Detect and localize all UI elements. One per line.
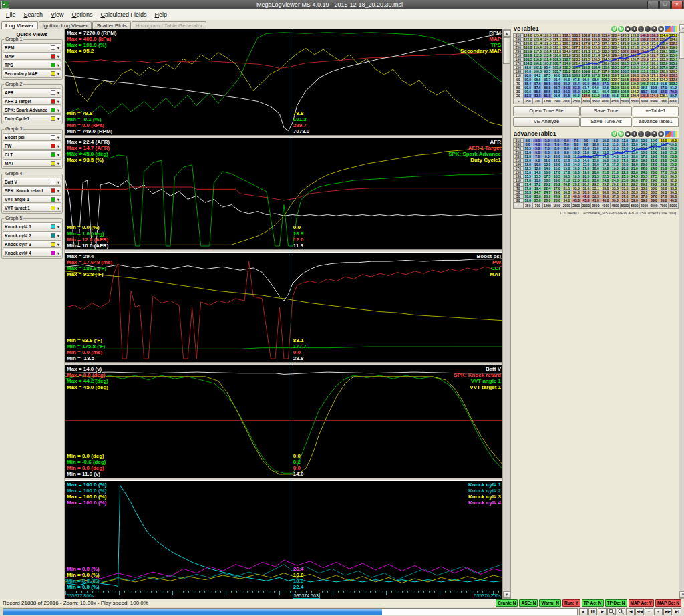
chevron-down-icon[interactable]: ▾ — [57, 161, 59, 166]
table-cell[interactable]: 11.0 — [572, 155, 582, 159]
table-cell[interactable]: 106.2 — [601, 78, 611, 82]
table-cell[interactable]: 120.0 — [601, 62, 611, 66]
table-cell[interactable]: 21.5 — [591, 175, 601, 179]
sidebar-item-vvt-angle-1[interactable]: VVT angle 1▾ — [3, 195, 61, 203]
sidebar-item-secondary-map[interactable]: Secondary MAP▾ — [3, 69, 61, 78]
table-cell[interactable]: 22.5 — [611, 175, 621, 179]
table-cell[interactable]: 121.4 — [591, 54, 601, 58]
table-cell[interactable]: 15.0 — [591, 159, 601, 163]
table-cell[interactable]: 121.4 — [533, 42, 543, 46]
table-cell[interactable]: 120.6 — [649, 66, 659, 70]
table-cell[interactable]: 110.8 — [611, 86, 621, 90]
table-cell[interactable]: 126.2 — [611, 58, 621, 62]
table-cell[interactable]: 24.0 — [611, 179, 621, 183]
table-cell[interactable]: 20.0 — [591, 171, 601, 175]
table-cell[interactable]: 115.1 — [669, 58, 679, 62]
table-cell[interactable]: 120.8 — [523, 42, 533, 46]
chevron-down-icon[interactable]: ▾ — [57, 233, 59, 238]
table-cell[interactable]: 86.7 — [552, 86, 562, 90]
table-cell[interactable]: 17.0 — [611, 163, 621, 167]
table-cell[interactable]: 132.1 — [562, 34, 572, 38]
table-cell[interactable]: 132.1 — [669, 42, 679, 46]
table-cell[interactable]: 103.2 — [669, 82, 679, 86]
scroll-thumb[interactable] — [679, 32, 684, 59]
step-back-button[interactable]: ◀◀ — [635, 608, 644, 615]
sidebar-item-knock-cyl-2[interactable]: Knock cyl# 2▾ — [3, 231, 61, 239]
sidebar-item-duty-cycle1[interactable]: Duty Cycle1▾ — [3, 114, 61, 122]
graph-scrollbar[interactable]: ▲▼ — [502, 29, 511, 599]
table-cell[interactable]: 14.0 — [533, 171, 543, 175]
table-cell[interactable]: 123.8 — [572, 54, 582, 58]
save-tune-button[interactable]: Save Tune — [580, 106, 632, 116]
table-cell[interactable]: 132.2 — [639, 78, 649, 82]
heatmap-palette-icon[interactable] — [671, 26, 677, 32]
menu-search[interactable]: Search — [20, 11, 47, 19]
table-cell[interactable]: 116.0 — [552, 54, 562, 58]
table-cell[interactable]: 137.2 — [649, 38, 659, 42]
chevron-down-icon[interactable]: ▾ — [57, 45, 59, 50]
table-cell[interactable]: 129.0 — [659, 46, 669, 50]
menu-view[interactable]: View — [47, 11, 67, 19]
table-cell[interactable]: 101.8 — [562, 74, 572, 78]
table-cell[interactable]: 115.2 — [639, 62, 649, 66]
table-cell[interactable]: 16.0 — [591, 163, 601, 167]
table-cell[interactable]: 129.9 — [581, 38, 591, 42]
table-cell[interactable]: 94.0 — [591, 86, 601, 90]
table-cell[interactable]: 88.4 — [572, 82, 582, 86]
table-cell[interactable]: 102.1 — [533, 66, 543, 70]
table-cell[interactable]: 119.0 — [630, 42, 640, 46]
table-cell[interactable]: 86.8 — [591, 82, 601, 86]
table-cell[interactable]: 103.6 — [611, 90, 621, 94]
table-cell[interactable]: 121.0 — [630, 46, 640, 50]
table-cell[interactable]: 130.2 — [659, 38, 669, 42]
table-cell[interactable]: 10.0 — [572, 151, 582, 155]
table-cell[interactable]: 129.3 — [620, 58, 630, 62]
step-forward-button[interactable]: ▶▶ — [663, 608, 672, 615]
table-cell[interactable]: 120.5 — [542, 46, 552, 50]
table-cell[interactable]: 91.6 — [552, 94, 562, 98]
table-cell[interactable]: 125.0 — [669, 34, 679, 38]
playback-progress[interactable] — [3, 608, 578, 615]
table-cell[interactable]: 132.8 — [620, 50, 630, 54]
table-cell[interactable]: 124.0 — [562, 50, 572, 54]
table-cell[interactable]: 125.9 — [639, 42, 649, 46]
sidebar-item-rpm[interactable]: RPM▾ — [3, 43, 61, 51]
table-cell[interactable]: 111.2 — [562, 70, 572, 74]
scroll-down-arrow[interactable]: ▼ — [503, 591, 510, 598]
chevron-down-icon[interactable]: ▾ — [57, 90, 59, 95]
graph-2[interactable]: Max = 22.4 (AFR)Max = 14.7 (AFR)Max = 45… — [65, 138, 502, 249]
chevron-down-icon[interactable]: ▾ — [57, 116, 59, 121]
sidebar-item-knock-cyl-4[interactable]: Knock cyl# 4▾ — [3, 249, 61, 257]
table-cell[interactable]: 27.8 — [552, 187, 562, 191]
table-cell[interactable]: 125.3 — [601, 46, 611, 50]
table-cell[interactable]: 85.9 — [572, 90, 582, 94]
table-cell[interactable]: 113.8 — [611, 70, 621, 74]
table-cell[interactable]: 110.3 — [533, 58, 543, 62]
table-cell[interactable]: 112.9 — [620, 82, 630, 86]
table-cell[interactable]: 129.3 — [601, 38, 611, 42]
table-cell[interactable]: 123.3 — [649, 78, 659, 82]
table-cell[interactable]: 33.8 — [611, 187, 621, 191]
table-cell[interactable]: 37.8 — [611, 195, 621, 199]
sidebar-item-clt[interactable]: CLT▾ — [3, 150, 61, 158]
table-cell[interactable]: 123.9 — [639, 54, 649, 58]
table-cell[interactable]: 109.0 — [630, 70, 640, 74]
table-cell[interactable]: 83.8 — [533, 94, 543, 98]
table-cell[interactable]: 127.1 — [572, 46, 582, 50]
table-cell[interactable]: 113.1 — [639, 70, 649, 74]
table-cell[interactable]: 134.6 — [581, 94, 591, 98]
sidebar-item-pw[interactable]: PW▾ — [3, 142, 61, 150]
panel-scrollbar[interactable]: ▲▼ — [679, 24, 684, 599]
scroll-up-arrow[interactable]: ▲ — [679, 25, 684, 31]
table-cell[interactable]: 113.5 — [611, 66, 621, 70]
set-value-icon[interactable]: = — [625, 26, 631, 32]
table-cell[interactable]: 114.0 — [562, 62, 572, 66]
table-cell[interactable]: 130.1 — [630, 74, 640, 78]
table-cell[interactable]: 11.0 — [591, 147, 601, 151]
table-cell[interactable]: 14.0 — [611, 155, 621, 159]
table-cell[interactable]: 120.3 — [659, 70, 669, 74]
table-cell[interactable]: 14.0 — [572, 163, 582, 167]
table-cell[interactable]: 118.0 — [611, 62, 621, 66]
table-cell[interactable]: 99.3 — [611, 94, 621, 98]
table-cell[interactable]: 107.1 — [669, 66, 679, 70]
